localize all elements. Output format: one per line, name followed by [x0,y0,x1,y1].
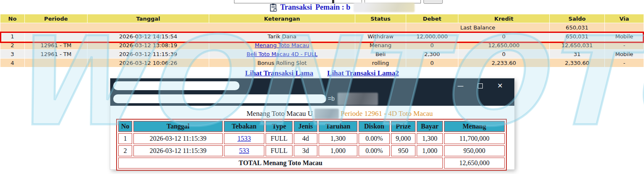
cell-keterangan: Bonus Rolling Slot [209,59,355,67]
cell-prize: 950 [391,145,415,156]
cell-tanggal: 2026-03-12 11:15:39 [133,133,223,144]
column-header-periode: Periode [25,14,87,23]
column-header-tanggal: Tanggal [88,14,209,23]
popup-column-header-bayar: Bayar [417,121,443,132]
cell-menang: 11,700,000 [444,133,505,144]
popup-column-header-jenis: Jenis [294,121,317,132]
column-header-kredit: Kredit [458,14,549,23]
popup-table-row: 22026-03-12 11:15:39533FULL3d1,0000.00%9… [118,145,505,156]
transaction-page: Transaksi Pemain : b NoPeriodeTanggalKet… [0,0,644,174]
old-transactions-links: Lihat Transaksi Lama Lihat Transaksi Lam… [0,69,644,78]
total-value: 12,650,000 [444,158,505,169]
column-header-status: Status [355,14,406,23]
close-icon[interactable]: ✕ [493,80,507,91]
cell-debet: 0 [406,59,458,67]
cell-bayar: 1,000 [417,145,443,156]
url-censored [338,93,378,105]
cell-keterangan: Menang Toto Macau [209,41,355,49]
popup-column-header-diskon: Diskon [359,121,390,132]
cell-status: Withdraw [355,32,406,40]
cell-kredit: 12,650,000 [458,41,549,49]
cell-status: Beli [355,50,406,58]
last-balance-value: 650,031 [550,23,604,32]
last-balance-row: Last Balance650,031 [0,23,644,32]
cell-periode: 12961 - TM [25,41,87,49]
cell-saldo: 31 [550,50,604,58]
cell-tanggal: 2026-03-12 11:15:39 [133,145,223,156]
cell-keterangan: Tarik Dana [209,32,355,40]
popup-titlebar[interactable]: — ✕ [110,78,514,93]
cell-diskon: 0.00% [359,133,390,144]
cell-kredit: 0 [458,50,549,58]
cell-kredit: 0 [458,32,549,40]
popup-column-header-tanggal: Tanggal [133,121,223,132]
cell-jenis: 3d [294,145,317,156]
popup-username-censored [314,109,339,119]
cell-prize: 9,000 [391,133,415,144]
popup-content: Menang Toto Macau UPeriode 12961 - 4D To… [110,106,514,169]
column-header-no: No [0,14,24,23]
cell-via: Mobile [605,50,644,58]
cell-debet: 0 [406,41,458,49]
table-header-row: NoPeriodeTanggalKeteranganStatusDebetKre… [0,14,644,23]
popup-title: Menang Toto Macau UPeriode 12961 - 4D To… [110,109,514,119]
total-label: TOTAL Menang Toto Macau [118,158,443,169]
cell-debet: 12,000,000 [406,32,458,40]
cell-empty [0,23,406,32]
cell-periode [25,32,87,40]
cell-tebakan: 533 [224,145,264,156]
table-row: 42026-03-12 10:06:26Bonus Rolling Slotro… [0,59,644,67]
cell-jenis: 4d [294,133,317,144]
cell-saldo: 650,031 [550,32,604,40]
cell-status: rolling [355,59,406,67]
link-lihat-transaksi-lama2[interactable]: Lihat Transaksi Lama2 [327,69,399,77]
cell-via: Mobile [605,32,644,40]
url-suffix: =b [328,95,335,102]
cell-type: FULL [266,133,293,144]
popup-title-prefix: Menang Toto Macau U [247,110,313,118]
cell-no: 1 [0,32,24,40]
cell-tebakan: 1533 [224,133,264,144]
maximize-icon[interactable] [473,80,487,91]
cell-no: 2 [0,41,24,49]
last-balance-label: Last Balance [406,23,549,32]
popup-title-period: Periode 12961 - 4D Toto Macau [341,110,433,118]
popup-total-row: TOTAL Menang Toto Macau12,650,000 [118,158,505,169]
winning-detail-table: NoTanggalTebakanTypeJenisTaruhanDiskonPr… [116,119,507,171]
cell-keterangan-link[interactable]: Beli Toto Macau 4D - FULL [247,51,318,57]
cell-no: 2 [118,145,132,156]
cell-keterangan: Beli Toto Macau 4D - FULL [209,50,355,58]
cell-keterangan-link[interactable]: Menang Toto Macau [255,42,309,48]
cell-saldo: 12,650,031 [550,41,604,49]
cell-tebakan-link[interactable]: 1533 [237,135,251,142]
cell-menang: 950,000 [444,145,505,156]
popup-tab-censored [113,81,240,90]
url-bar-censored[interactable] [113,94,326,103]
popup-column-header-taruhan: Taruhan [319,121,357,132]
popup-table-row: 12026-03-12 11:15:391533FULL4d1,3000.00%… [118,133,505,144]
cell-tanggal: 2026-03-12 14:15:54 [88,32,209,40]
clipboard-icon [270,3,277,12]
column-header-saldo: Saldo [550,14,604,23]
cell-tebakan-link[interactable]: 533 [239,147,249,154]
player-name-censored [354,3,415,12]
minimize-icon[interactable]: — [453,80,468,91]
title-player: Pemain : b [315,3,350,12]
cell-bayar: 1,300 [417,133,443,144]
cell-type: FULL [266,145,293,156]
link-lihat-transaksi-lama[interactable]: Lihat Transaksi Lama [245,69,313,77]
popup-column-header-menang: Menang [444,121,505,132]
cell-via: - [605,59,644,67]
table-row-highlighted: 12026-03-12 14:15:54Tarik DanaWithdraw12… [0,32,644,40]
title-transaksi: Transaksi [280,3,312,12]
page-title: Transaksi Pemain : b [0,3,644,13]
cell-tanggal: 2026-03-12 11:15:39 [88,50,209,58]
cell-empty [605,23,644,32]
cell-periode [25,59,87,67]
popup-column-header-no: No [118,121,132,132]
cell-saldo: 2,330.60 [550,59,604,67]
cell-taruhan: 1,000 [319,145,357,156]
cell-kredit: 2,233.60 [458,59,549,67]
cell-via: - [605,41,644,49]
cell-no: 1 [118,133,132,144]
